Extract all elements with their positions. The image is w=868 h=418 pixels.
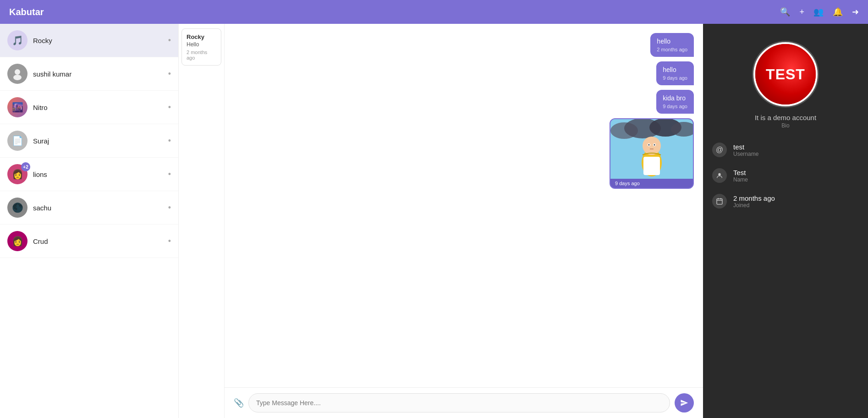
profile-name-field: Test Name [733, 169, 748, 183]
contact-name-crud: Crud [33, 237, 168, 245]
profile-avatar-large: TEST [753, 42, 818, 106]
preview-sender: Rocky [187, 33, 216, 40]
dot-menu-lions[interactable]: • [168, 170, 171, 179]
sidebar-item-sachu[interactable]: 🌑 sachu • [0, 191, 178, 225]
profile-joined-label: Joined [733, 202, 775, 209]
msg-text-1: hello [657, 38, 687, 45]
navbar: Kabutar 🔍 + 👥 🔔 ➜ [0, 0, 868, 24]
contact-name-sachu: sachu [33, 204, 168, 212]
svg-rect-14 [643, 157, 660, 175]
svg-point-15 [718, 173, 720, 176]
bell-icon[interactable]: 🔔 [833, 7, 843, 17]
dot-menu-rocky[interactable]: • [168, 36, 171, 45]
profile-bio: It is a demo account Bio [755, 114, 816, 129]
center-area: Rocky Hello 2 months ago hello 2 months … [179, 24, 703, 418]
sidebar-item-crud[interactable]: 👩 Crud • [0, 225, 178, 258]
msg-text-3: kida bro [663, 94, 687, 102]
dot-menu-crud[interactable]: • [168, 236, 171, 246]
contact-info-crud: Crud [33, 237, 168, 245]
profile-avatar-text: TEST [755, 44, 816, 104]
msg-time-2: 9 days ago [663, 75, 687, 81]
contact-name-sushil: sushil kumar [33, 70, 168, 78]
avatar-crud: 👩 [7, 231, 27, 251]
profile-name-label: Name [733, 176, 748, 183]
sidebar-item-rocky[interactable]: 🎵 Rocky • [0, 24, 178, 57]
msg-time-1: 2 months ago [657, 47, 687, 52]
message-preview-panel: Rocky Hello 2 months ago [179, 24, 225, 418]
msg-time-3: 9 days ago [663, 104, 687, 109]
avatar-badge-lions: +2 [21, 162, 30, 171]
contact-name-nitro: Nitro [33, 104, 168, 111]
preview-time: 2 months ago [187, 50, 216, 60]
contact-info-sachu: sachu [33, 204, 168, 212]
msg-text-2: hello [663, 66, 687, 73]
profile-joined-value: 2 months ago [733, 194, 775, 202]
profile-panel: TEST It is a demo account Bio @ test Use… [703, 24, 868, 418]
sidebar-item-sushil[interactable]: sushil kumar • [0, 57, 178, 91]
svg-point-12 [654, 144, 655, 146]
avatar-rocky: 🎵 [7, 30, 27, 50]
contact-name-lions: lions [33, 170, 168, 178]
svg-point-1 [13, 75, 22, 80]
contact-info-lions: lions [33, 170, 168, 178]
dot-menu-sachu[interactable]: • [168, 203, 171, 213]
profile-name-row: Test Name [712, 168, 859, 183]
chat-input-bar: 📎 [225, 387, 703, 418]
contact-name-rocky: Rocky [33, 37, 168, 44]
profile-name-value: Test [733, 169, 748, 176]
profile-username-value: test [733, 143, 758, 151]
calendar-icon [712, 194, 727, 209]
dot-menu-sushil[interactable]: • [168, 69, 171, 79]
navbar-icons: 🔍 + 👥 🔔 ➜ [780, 7, 859, 17]
at-icon: @ [712, 143, 727, 157]
contact-info-sushil: sushil kumar [33, 70, 168, 78]
message-4-image: 9 days ago [610, 118, 694, 189]
main-layout: 🎵 Rocky • sushil kumar • 🌆 [0, 24, 868, 418]
svg-point-0 [15, 69, 20, 75]
avatar-suraj: 📄 [7, 131, 27, 151]
profile-username-label: Username [733, 151, 758, 157]
message-2: hello 9 days ago [656, 61, 694, 85]
sidebar: 🎵 Rocky • sushil kumar • 🌆 [0, 24, 179, 418]
profile-joined-field: 2 months ago Joined [733, 194, 775, 209]
message-3: kida bro 9 days ago [656, 90, 694, 114]
attach-icon[interactable]: 📎 [234, 398, 244, 408]
app-brand: Kabutar [9, 7, 44, 17]
profile-username-row: @ test Username [712, 143, 859, 157]
contact-name-suraj: Suraj [33, 137, 168, 145]
message-input[interactable] [248, 393, 670, 412]
image-content [610, 119, 693, 179]
avatar-nitro: 🌆 [7, 97, 27, 117]
logout-icon[interactable]: ➜ [852, 7, 859, 17]
svg-rect-16 [717, 199, 722, 204]
profile-bio-value: It is a demo account [755, 114, 816, 121]
send-button[interactable] [675, 393, 694, 412]
msg-image-time: 9 days ago [610, 179, 693, 188]
contact-info-rocky: Rocky [33, 37, 168, 44]
profile-username-field: test Username [733, 143, 758, 157]
contact-info-nitro: Nitro [33, 104, 168, 111]
sidebar-item-nitro[interactable]: 🌆 Nitro • [0, 91, 178, 124]
sidebar-item-suraj[interactable]: 📄 Suraj • [0, 124, 178, 158]
dot-menu-suraj[interactable]: • [168, 136, 171, 146]
sidebar-item-lions[interactable]: 👩 +2 lions • [0, 158, 178, 191]
search-icon[interactable]: 🔍 [780, 7, 790, 17]
chat-container: hello 2 months ago hello 9 days ago kida… [225, 24, 703, 418]
preview-message: Hello [187, 41, 216, 48]
profile-bio-label: Bio [755, 122, 816, 129]
add-icon[interactable]: + [799, 7, 804, 17]
dot-menu-nitro[interactable]: • [168, 103, 171, 112]
avatar-sachu: 🌑 [7, 198, 27, 218]
message-1: hello 2 months ago [650, 33, 694, 57]
chat-area: hello 2 months ago hello 9 days ago kida… [225, 24, 703, 387]
contact-info-suraj: Suraj [33, 137, 168, 145]
profile-joined-row: 2 months ago Joined [712, 194, 859, 209]
svg-point-8 [643, 137, 661, 155]
name-icon [712, 168, 727, 183]
people-icon[interactable]: 👥 [813, 7, 824, 17]
preview-card[interactable]: Rocky Hello 2 months ago [181, 28, 221, 66]
contact-list: 🎵 Rocky • sushil kumar • 🌆 [0, 24, 178, 418]
avatar-sushil [7, 64, 27, 84]
svg-point-11 [648, 144, 650, 146]
